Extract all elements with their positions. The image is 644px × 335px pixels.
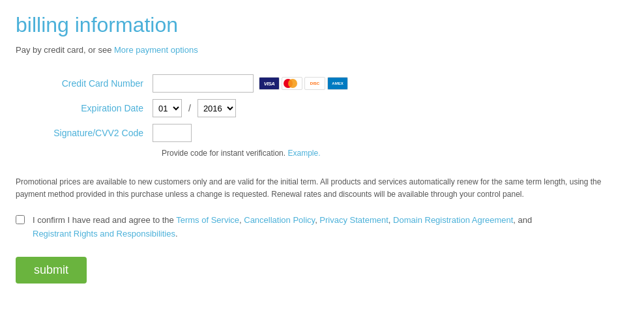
cvv-label: Signature/CVV2 Code <box>16 128 153 138</box>
agree-checkbox[interactable] <box>16 215 25 224</box>
agree-row: I confirm I have read and agree to the T… <box>16 214 628 241</box>
cancellation-policy-link[interactable]: Cancellation Policy <box>244 215 315 225</box>
expiration-label: Expiration Date <box>16 103 153 113</box>
more-payment-link[interactable]: More payment options <box>114 45 198 55</box>
mastercard-icon <box>282 77 302 90</box>
cvv-row: Signature/CVV2 Code <box>16 124 628 142</box>
billing-form: Credit Card Number VISA DISC AMEX Expira… <box>16 74 628 158</box>
expiry-year-select[interactable]: 2016201720182019202020212022202320242025 <box>198 99 236 117</box>
cvv-example-link[interactable]: Example. <box>287 149 320 158</box>
expiry-month-select[interactable]: 010203040506070809101112 <box>153 99 182 117</box>
cvv-hint: Provide code for instant verification. E… <box>153 149 628 158</box>
privacy-statement-link[interactable]: Privacy Statement <box>319 215 388 225</box>
expiration-control-area: 010203040506070809101112 / 2016201720182… <box>153 99 236 117</box>
page-title: billing information <box>16 13 628 37</box>
visa-icon: VISA <box>259 77 280 90</box>
credit-card-row: Credit Card Number VISA DISC AMEX <box>16 74 628 93</box>
registrant-rights-link[interactable]: Registrant Rights and Responsibilities <box>33 229 175 239</box>
credit-card-input[interactable] <box>153 74 254 93</box>
credit-card-control-area: VISA DISC AMEX <box>153 74 348 93</box>
domain-registration-link[interactable]: Domain Registration Agreement <box>393 215 513 225</box>
agree-text: I confirm I have read and agree to the T… <box>33 214 532 241</box>
amex-icon: AMEX <box>327 77 348 90</box>
cvv-control-area <box>153 124 192 142</box>
subtitle-text: Pay by credit card, or see More payment … <box>16 45 628 55</box>
expiry-separator: / <box>188 103 191 113</box>
submit-button[interactable]: submit <box>16 257 87 284</box>
cvv-input[interactable] <box>153 124 192 142</box>
credit-card-label: Credit Card Number <box>16 78 153 89</box>
tos-link[interactable]: Terms of Service <box>176 215 239 225</box>
card-icons: VISA DISC AMEX <box>259 77 348 90</box>
promo-text: Promotional prices are available to new … <box>16 176 628 201</box>
expiration-row: Expiration Date 010203040506070809101112… <box>16 99 628 117</box>
discover-icon: DISC <box>304 77 325 90</box>
